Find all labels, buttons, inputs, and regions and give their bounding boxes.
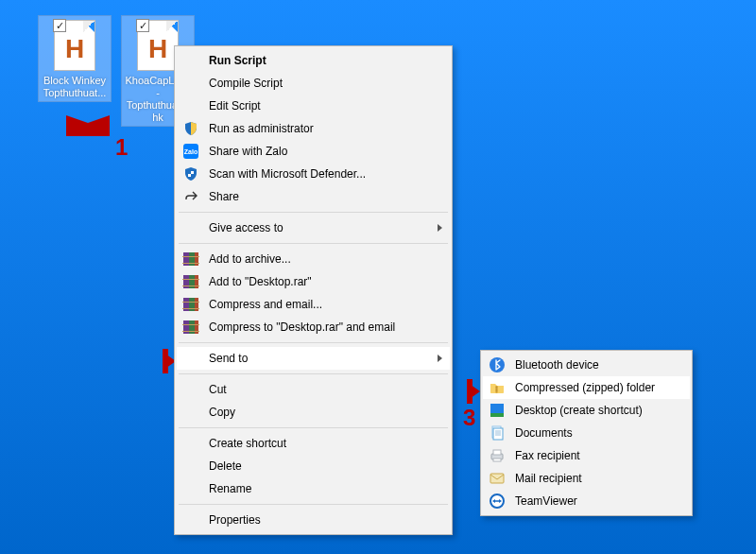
menu-send-to[interactable]: Send to	[177, 347, 450, 370]
winrar-icon	[182, 296, 199, 313]
svg-rect-4	[191, 174, 194, 177]
zalo-icon: Zalo	[182, 143, 199, 160]
annotation-arrow-1	[66, 123, 110, 136]
chevron-right-icon	[438, 224, 442, 232]
menu-copy[interactable]: Copy	[177, 401, 450, 424]
menu-add-archive[interactable]: Add to archive...	[177, 248, 450, 270]
menu-scan-defender[interactable]: Scan with Microsoft Defender...	[177, 163, 450, 185]
submenu-compressed-zip[interactable]: Compressed (zipped) folder	[483, 376, 690, 399]
chevron-right-icon	[438, 355, 442, 362]
submenu-documents[interactable]: Documents	[483, 422, 690, 444]
menu-run-admin[interactable]: Run as administrator	[177, 117, 450, 140]
menu-separator	[179, 212, 448, 213]
menu-cut[interactable]: Cut	[177, 378, 450, 401]
menu-separator	[179, 427, 448, 428]
annotation-number-3: 3	[463, 405, 475, 431]
winrar-icon	[182, 319, 199, 336]
menu-separator	[179, 243, 448, 244]
menu-create-shortcut[interactable]: Create shortcut	[177, 432, 450, 455]
menu-compress-email[interactable]: Compress and email...	[177, 293, 450, 316]
svg-point-5	[490, 357, 505, 372]
file-letter: H	[55, 34, 94, 64]
winrar-icon	[182, 273, 199, 290]
svg-rect-19	[493, 459, 501, 461]
svg-rect-13	[493, 428, 503, 440]
menu-rename[interactable]: Rename	[177, 477, 450, 500]
menu-compile-script[interactable]: Compile Script	[177, 72, 450, 95]
context-menu: Run Script Compile Script Edit Script Ru…	[174, 45, 453, 535]
annotation-arrow-2	[159, 349, 168, 373]
svg-rect-11	[490, 413, 504, 417]
documents-icon	[489, 424, 506, 441]
submenu-bluetooth[interactable]: Bluetooth device	[483, 354, 690, 376]
desktop-icon	[489, 402, 506, 419]
desktop: ✓ H Block Winkey Topthuthuat... ✓ H Khoa…	[0, 0, 756, 554]
sendto-submenu: Bluetooth device Compressed (zipped) fol…	[480, 350, 693, 516]
svg-rect-8	[496, 389, 498, 390]
menu-separator	[179, 373, 448, 374]
file-letter: H	[138, 34, 178, 64]
selection-check-icon: ✓	[53, 19, 66, 32]
winrar-icon	[182, 251, 199, 268]
fax-icon	[489, 447, 506, 464]
menu-give-access[interactable]: Give access to	[177, 216, 450, 239]
zip-folder-icon	[489, 379, 506, 396]
menu-share[interactable]: Share	[177, 185, 450, 208]
menu-edit-script[interactable]: Edit Script	[177, 95, 450, 117]
annotation-number-1: 1	[115, 134, 128, 161]
menu-separator	[179, 342, 448, 343]
share-icon	[182, 188, 199, 205]
ahk-file-icon: ✓ H	[54, 20, 95, 71]
annotation-arrow-3	[463, 379, 472, 404]
submenu-desktop-shortcut[interactable]: Desktop (create shortcut)	[483, 399, 690, 422]
svg-rect-9	[496, 390, 498, 391]
menu-separator	[179, 504, 448, 505]
svg-rect-18	[493, 450, 501, 455]
menu-properties[interactable]: Properties	[177, 509, 450, 531]
menu-add-desktop-rar[interactable]: Add to "Desktop.rar"	[177, 270, 450, 293]
file-label: Block Winkey Topthuthuat...	[41, 75, 109, 99]
selection-check-icon: ✓	[136, 19, 149, 32]
submenu-mail[interactable]: Mail recipient	[483, 467, 690, 490]
svg-rect-3	[188, 171, 191, 174]
menu-delete[interactable]: Delete	[177, 455, 450, 477]
svg-rect-20	[490, 474, 504, 483]
mail-icon	[489, 470, 506, 487]
svg-rect-7	[496, 387, 498, 388]
submenu-teamviewer[interactable]: TeamViewer	[483, 490, 690, 512]
defender-icon	[182, 165, 199, 182]
submenu-fax[interactable]: Fax recipient	[483, 444, 690, 467]
bluetooth-icon	[489, 356, 506, 373]
shield-icon	[182, 120, 199, 137]
ahk-file-icon: ✓ H	[137, 20, 179, 71]
teamviewer-icon	[489, 493, 506, 510]
menu-share-zalo[interactable]: Zalo Share with Zalo	[177, 140, 450, 163]
menu-run-script[interactable]: Run Script	[177, 49, 450, 72]
menu-compress-desktop-email[interactable]: Compress to "Desktop.rar" and email	[177, 316, 450, 338]
desktop-file-1[interactable]: ✓ H Block Winkey Topthuthuat...	[38, 15, 112, 102]
svg-text:Zalo: Zalo	[184, 148, 198, 155]
